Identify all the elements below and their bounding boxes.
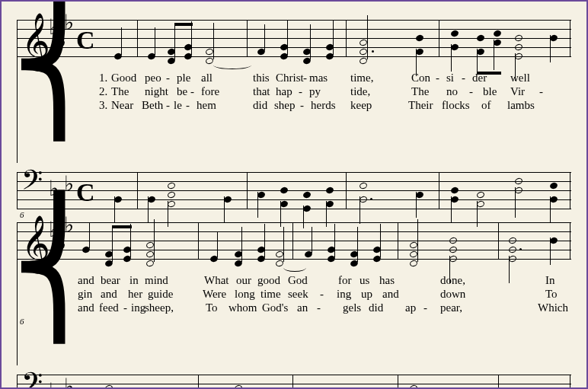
stem <box>287 20 288 55</box>
barline <box>17 375 18 389</box>
lyric-syllable: no <box>446 85 458 98</box>
lyric-syllable: pear, <box>440 301 462 314</box>
stem <box>333 20 334 55</box>
stem <box>89 222 90 248</box>
barline <box>247 20 248 56</box>
lyric-syllable: - <box>186 99 190 112</box>
lyric-syllable: Near <box>111 99 133 112</box>
lyric-syllable: well <box>510 72 530 84</box>
lyric-syllable: - <box>320 288 324 301</box>
lyric-syllable: good <box>257 274 280 287</box>
lyric-syllable: - <box>469 85 473 98</box>
lyric-syllable: done, <box>440 274 465 287</box>
barline <box>439 172 439 209</box>
lyric-syllable: peo <box>145 72 161 84</box>
barline <box>570 20 570 56</box>
lyric-syllable: whom <box>228 301 257 314</box>
stem <box>112 227 113 262</box>
barline <box>137 20 138 56</box>
stem <box>257 192 258 218</box>
stem <box>121 27 122 55</box>
lyric-syllable: - <box>317 301 321 314</box>
lyric-syllable: - <box>166 99 170 112</box>
lyric-syllable: be <box>177 85 187 98</box>
stem <box>334 224 335 257</box>
stem <box>154 219 155 262</box>
stem <box>241 227 242 262</box>
dot <box>519 248 522 250</box>
lyric-syllable: that <box>253 85 270 98</box>
lyric-syllable: ing <box>337 288 351 301</box>
lyric-syllable: lambs <box>507 99 535 112</box>
lyric-syllable: mind <box>145 274 168 287</box>
barline <box>498 222 499 259</box>
staff-lines <box>17 12 571 58</box>
lyric-syllable: To <box>206 301 218 314</box>
lyric-syllable: sheep, <box>145 301 174 314</box>
lyric-syllable: God <box>288 274 308 287</box>
stem <box>264 224 265 257</box>
barline <box>247 172 248 209</box>
barline <box>292 375 293 389</box>
lyric-syllable: this <box>253 72 270 84</box>
lyric-syllable: ble <box>483 85 497 98</box>
barline <box>137 172 138 209</box>
lyric-syllable: and <box>78 301 94 314</box>
lyric-syllable: - <box>436 72 439 84</box>
barline <box>439 20 439 56</box>
lyric-syllable: tide, <box>350 85 370 98</box>
barline <box>570 222 570 259</box>
lyric-syllable: us <box>360 274 369 287</box>
lyric-syllable: did <box>253 99 267 112</box>
lyric-syllable: What <box>204 274 228 287</box>
lyric-syllable: 3. <box>99 99 107 112</box>
lyric-syllable: up <box>361 288 372 301</box>
tie <box>283 263 306 272</box>
lyric-syllable: - <box>123 301 127 314</box>
lyric-syllable: her <box>128 288 142 301</box>
lyric-syllable: and <box>101 288 117 301</box>
lyric-syllable: fore <box>201 85 219 98</box>
stem <box>550 35 551 62</box>
system-barline <box>17 222 18 365</box>
system-barline <box>17 20 18 163</box>
bass-staff-2: 𝄢 ♭ ♭ ♭ ♭ <box>17 367 571 389</box>
lyric-syllable: Vir <box>510 85 525 98</box>
lyric-syllable: God's <box>262 301 288 314</box>
lyric-syllable: shep <box>274 99 296 112</box>
stem <box>174 24 175 59</box>
stem <box>550 238 551 265</box>
lyric-syllable: In <box>545 274 555 287</box>
lyric-syllable: Their <box>408 99 433 112</box>
lyric-syllable: 1. <box>99 72 107 84</box>
stem <box>264 24 265 50</box>
lyric-syllable: seek <box>288 288 308 301</box>
lyric-syllable: time, <box>350 72 373 84</box>
stem <box>310 24 311 59</box>
lyric-syllable: and <box>78 274 94 287</box>
lyric-syllable: der <box>472 72 487 84</box>
beam <box>112 225 132 228</box>
lyric-syllable: mas <box>309 72 328 84</box>
lyric-syllable: Were <box>203 288 226 301</box>
lyric-syllable: py <box>309 85 321 98</box>
stem <box>357 227 358 262</box>
stem <box>417 219 418 262</box>
stem <box>155 27 155 55</box>
lyric-syllable: flocks <box>442 99 470 112</box>
lyric-syllable: keep <box>350 99 372 112</box>
stem <box>416 192 417 218</box>
stem <box>515 187 516 218</box>
stem <box>380 224 381 257</box>
lyric-syllable: To <box>545 288 558 301</box>
stem <box>494 40 494 70</box>
lyric-syllable: Good <box>111 72 136 84</box>
lyric-syllable: ap <box>405 301 416 314</box>
lyric-syllable: Which <box>538 301 568 314</box>
tie <box>213 61 251 69</box>
staff-lines <box>17 215 571 260</box>
lyric-syllable: - <box>423 301 427 314</box>
lyric-syllable: down <box>440 288 465 301</box>
lyric-syllable: - <box>166 72 170 84</box>
stem <box>191 21 192 55</box>
